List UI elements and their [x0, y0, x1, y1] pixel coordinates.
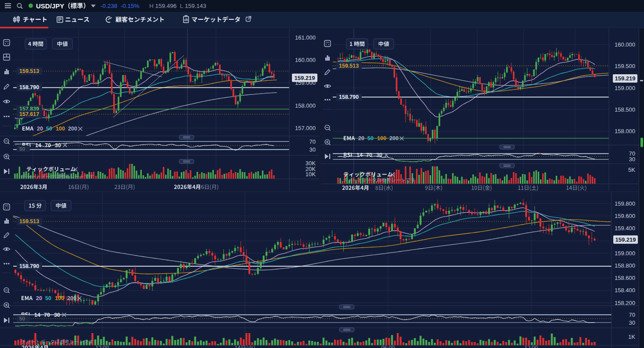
svg-text:159.600: 159.600	[615, 213, 635, 219]
svg-text:158.800: 158.800	[615, 262, 635, 269]
svg-text:159.500: 159.500	[615, 63, 635, 69]
svg-text:100: 100	[55, 295, 64, 301]
svg-text:14: 14	[35, 142, 41, 149]
svg-text:157.617: 157.617	[19, 111, 39, 117]
svg-text:159.219: 159.219	[615, 236, 636, 243]
svg-text:5K: 5K	[628, 167, 635, 173]
svg-text:158.790: 158.790	[19, 263, 39, 269]
svg-text:14: 14	[356, 152, 363, 158]
svg-text:14: 14	[34, 312, 40, 318]
svg-text:158.500: 158.500	[615, 106, 635, 113]
svg-text:50: 50	[367, 135, 374, 141]
svg-text:70: 70	[45, 142, 51, 149]
svg-text:159.400: 159.400	[615, 225, 635, 232]
svg-text:200: 200	[68, 126, 77, 132]
svg-text:200: 200	[67, 295, 76, 301]
svg-text:30: 30	[629, 319, 635, 326]
svg-text:50: 50	[19, 316, 25, 321]
svg-text:30: 30	[309, 146, 316, 153]
svg-text:158.000: 158.000	[295, 102, 316, 109]
svg-text:159.000: 159.000	[615, 85, 635, 91]
svg-text:30: 30	[54, 312, 60, 318]
svg-text:159.513: 159.513	[339, 63, 359, 69]
svg-text:30: 30	[629, 156, 635, 163]
svg-text:158.600: 158.600	[615, 275, 635, 281]
svg-text:159.000: 159.000	[615, 250, 635, 257]
svg-text:30: 30	[376, 152, 382, 158]
svg-text:10K: 10K	[306, 171, 316, 178]
svg-text:20: 20	[37, 126, 43, 132]
svg-text:160.000: 160.000	[615, 41, 635, 48]
svg-text:159.513: 159.513	[19, 218, 39, 225]
svg-text:158.790: 158.790	[339, 94, 359, 100]
svg-text:50: 50	[46, 126, 52, 132]
svg-text:159.513: 159.513	[19, 68, 39, 74]
svg-text:100: 100	[377, 135, 386, 141]
svg-text:159.800: 159.800	[615, 200, 635, 207]
svg-text:159.219: 159.219	[615, 75, 636, 82]
svg-text:160.000: 160.000	[295, 57, 316, 63]
svg-text:70: 70	[366, 152, 372, 158]
svg-text:157.000: 157.000	[295, 125, 316, 131]
svg-text:20: 20	[36, 295, 42, 301]
svg-text:1K: 1K	[628, 334, 635, 340]
svg-text:158.400: 158.400	[615, 287, 635, 294]
svg-text:30: 30	[55, 142, 61, 149]
svg-text:161.000: 161.000	[295, 34, 316, 41]
svg-text:100: 100	[56, 126, 65, 132]
svg-text:50: 50	[45, 295, 51, 301]
svg-text:158.000: 158.000	[615, 128, 635, 134]
svg-text:200: 200	[389, 135, 399, 141]
svg-text:50: 50	[19, 146, 25, 152]
svg-text:70: 70	[44, 312, 50, 318]
svg-text:158.790: 158.790	[19, 84, 39, 91]
svg-text:158.200: 158.200	[615, 300, 635, 306]
svg-text:159.219: 159.219	[295, 75, 315, 81]
svg-text:70: 70	[629, 312, 635, 318]
svg-text:70: 70	[309, 138, 316, 145]
svg-text:20: 20	[358, 135, 364, 141]
